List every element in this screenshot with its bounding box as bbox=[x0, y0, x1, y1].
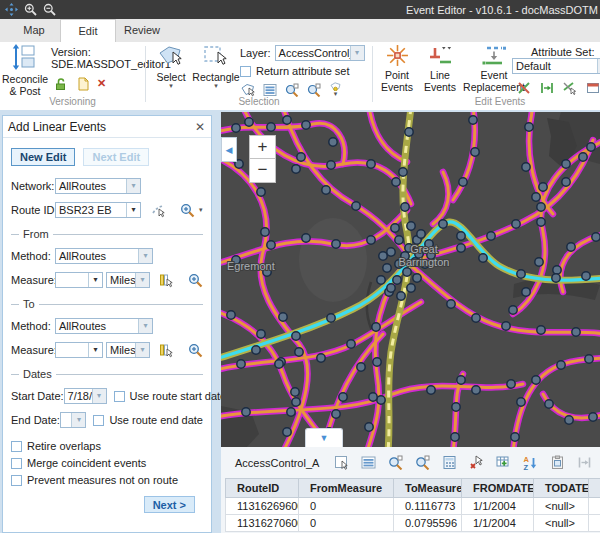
table-row[interactable]: 11316269600 0 0.1116773 1/1/2004 <null> … bbox=[226, 498, 600, 515]
event-replacement-icon bbox=[479, 44, 509, 69]
point-events-button[interactable]: Point Events bbox=[377, 44, 417, 93]
chevron-down-icon[interactable]: ▾ bbox=[126, 179, 140, 193]
tab-edit[interactable]: Edit bbox=[60, 19, 116, 42]
attribute-table: RouteID FromMeasure ToMeasure FROMDATE T… bbox=[225, 478, 600, 532]
pick-measure-on-map-icon[interactable] bbox=[159, 343, 174, 358]
pick-measure-on-map-icon[interactable] bbox=[159, 273, 174, 288]
pan-to-selection-icon[interactable] bbox=[306, 82, 321, 97]
close-icon[interactable]: ✕ bbox=[195, 121, 205, 133]
route-id-select[interactable]: BSR23 EB ▾ bbox=[55, 202, 141, 218]
from-unit-select[interactable]: Miles ▾ bbox=[106, 272, 150, 288]
table-header-row: RouteID FromMeasure ToMeasure FROMDATE T… bbox=[226, 479, 600, 498]
to-method-select[interactable]: AllRoutes ▾ bbox=[55, 318, 153, 334]
chevron-down-icon[interactable]: ▾ bbox=[138, 249, 152, 263]
use-route-end-date-checkbox[interactable] bbox=[93, 415, 104, 426]
col-frommeasure[interactable]: FromMeasure bbox=[299, 479, 394, 498]
collapse-panel-button[interactable]: ◀ bbox=[221, 137, 237, 162]
start-date-input[interactable]: 7/18/ ▾ bbox=[64, 388, 107, 404]
pan-icon[interactable] bbox=[4, 2, 19, 17]
use-route-end-date-label: Use route end date bbox=[109, 414, 203, 426]
line-events-label-2: Events bbox=[424, 82, 456, 93]
table-select-icon[interactable] bbox=[333, 454, 350, 471]
field-calculator-icon[interactable] bbox=[441, 454, 458, 471]
zoom-to-selection-icon[interactable] bbox=[284, 82, 299, 97]
delete-version-icon[interactable]: ✕ bbox=[97, 78, 106, 89]
split-event-icon[interactable] bbox=[516, 80, 531, 95]
network-select[interactable]: AllRoutes ▾ bbox=[55, 178, 141, 194]
zoom-to-measure-icon[interactable] bbox=[188, 343, 203, 358]
table-zoom-to-selection-icon[interactable] bbox=[387, 454, 404, 471]
paste-attributes-icon[interactable] bbox=[549, 454, 566, 471]
chevron-down-icon[interactable]: ▾ bbox=[88, 343, 102, 357]
merge-events-icon[interactable] bbox=[562, 80, 577, 95]
point-events-icon bbox=[386, 44, 409, 69]
select-button[interactable]: Select ▾ bbox=[152, 44, 190, 89]
from-measure-select[interactable]: ▾ bbox=[55, 272, 103, 288]
unlock-version-icon[interactable] bbox=[53, 76, 68, 91]
col-fromdate[interactable]: FROMDATE bbox=[462, 479, 534, 498]
layer-select[interactable]: AccessControl_A ▾ bbox=[275, 45, 365, 61]
town-label-great: Great bbox=[410, 243, 438, 255]
next-button[interactable]: Next > bbox=[144, 496, 195, 513]
sort-icon[interactable]: AZ bbox=[522, 454, 539, 471]
collapse-table-button[interactable]: ▼ bbox=[305, 428, 343, 447]
add-linear-events-panel: Add Linear Events ✕ New Edit Next Edit N… bbox=[2, 115, 212, 533]
new-version-icon[interactable] bbox=[75, 76, 90, 91]
from-method-select[interactable]: AllRoutes ▾ bbox=[55, 248, 153, 264]
chevron-down-icon[interactable]: ▾ bbox=[138, 319, 152, 333]
attribute-set-select[interactable]: Default ▾ bbox=[512, 58, 600, 74]
map-zoom-out-button[interactable]: − bbox=[249, 159, 276, 183]
map-canvas[interactable]: Egremont Great Barrington bbox=[221, 112, 600, 447]
return-attribute-label: Return attribute set bbox=[256, 65, 350, 77]
merge-coincident-checkbox[interactable] bbox=[11, 458, 22, 469]
rectangle-button[interactable]: Rectangle ▾ bbox=[192, 44, 240, 89]
svg-text:Z: Z bbox=[524, 463, 529, 471]
table-pan-to-selection-icon[interactable] bbox=[414, 454, 431, 471]
chevron-down-icon[interactable]: ▾ bbox=[135, 343, 149, 357]
return-attribute-row: Return attribute set bbox=[240, 65, 350, 77]
chevron-down-icon[interactable]: ▾ bbox=[126, 203, 140, 217]
to-measure-select[interactable]: ▾ bbox=[55, 342, 103, 358]
select-route-on-map-icon[interactable] bbox=[151, 203, 166, 218]
next-edit-button[interactable]: Next Edit bbox=[83, 148, 149, 166]
col-tomeasure[interactable]: ToMeasure bbox=[394, 479, 462, 498]
delete-selected-icon[interactable] bbox=[468, 454, 485, 471]
col-routeid[interactable]: RouteID bbox=[226, 479, 299, 498]
selection-options-icon[interactable]: ▾ bbox=[328, 82, 343, 97]
chevron-down-icon[interactable]: ▾ bbox=[88, 273, 102, 287]
title-bar: Event Editor - v10.6.1 - docMassDOTM bbox=[0, 0, 600, 19]
edit-events-tools bbox=[516, 80, 600, 95]
table-row[interactable]: 11316270600 0 0.0795596 1/1/2004 <null> … bbox=[226, 515, 600, 532]
chevron-down-icon[interactable]: ▾ bbox=[135, 273, 149, 287]
zoom-out-icon[interactable] bbox=[42, 2, 57, 17]
tab-review[interactable]: Review bbox=[116, 19, 168, 42]
attribute-list-icon[interactable] bbox=[262, 82, 277, 97]
chevron-down-icon[interactable]: ▾ bbox=[350, 46, 364, 60]
end-date-label: End Date: bbox=[11, 414, 60, 426]
end-date-input[interactable]: ▾ bbox=[60, 412, 87, 428]
retire-overlaps-checkbox[interactable] bbox=[11, 441, 22, 452]
point-events-label-2: Events bbox=[381, 82, 413, 93]
chevron-down-icon[interactable]: ▾ bbox=[199, 207, 203, 213]
chevron-down-icon[interactable]: ▾ bbox=[92, 389, 106, 403]
zoom-in-icon[interactable] bbox=[23, 2, 38, 17]
chevron-down-icon[interactable]: ▾ bbox=[71, 413, 85, 427]
event-attributes-window-icon[interactable] bbox=[585, 80, 600, 95]
col-access[interactable]: AC bbox=[589, 479, 600, 498]
measure-gap-icon[interactable] bbox=[539, 80, 554, 95]
tab-map[interactable]: Map bbox=[8, 19, 60, 42]
select-features-icon[interactable] bbox=[240, 82, 255, 97]
return-attribute-checkbox[interactable] bbox=[240, 66, 251, 77]
table-attributes-icon[interactable] bbox=[360, 454, 377, 471]
zoom-to-route-icon[interactable] bbox=[180, 203, 195, 218]
add-record-icon[interactable] bbox=[495, 454, 512, 471]
map-zoom-in-button[interactable]: + bbox=[249, 135, 276, 159]
new-edit-button[interactable]: New Edit bbox=[11, 148, 75, 166]
line-events-button[interactable]: Line Events bbox=[420, 44, 460, 93]
to-unit-select[interactable]: Miles ▾ bbox=[106, 342, 150, 358]
reconcile-post-button[interactable]: Reconcile & Post bbox=[2, 44, 48, 97]
zoom-to-measure-icon[interactable] bbox=[188, 273, 203, 288]
col-todate[interactable]: TODATE bbox=[534, 479, 589, 498]
prevent-measures-checkbox[interactable] bbox=[11, 475, 22, 486]
use-route-start-date-checkbox[interactable] bbox=[114, 391, 125, 402]
